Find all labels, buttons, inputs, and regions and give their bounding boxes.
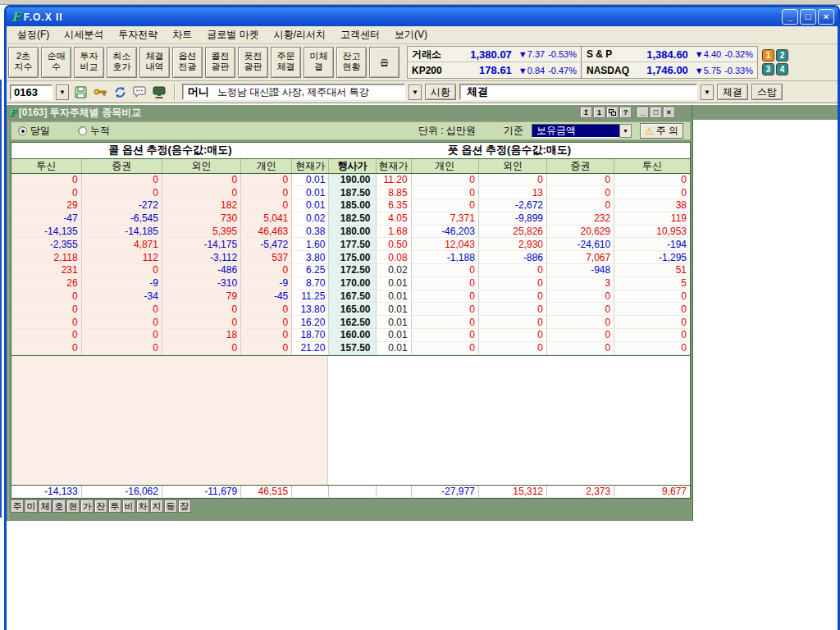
strike-cell: 172.50 (329, 264, 376, 277)
table-row-2[interactable]: 29-27218200.01185.006.350-2,672038 (11, 199, 690, 212)
bottom-tab-9[interactable]: 차 (136, 500, 149, 513)
bottom-tab-12[interactable]: 장 (178, 500, 191, 513)
screen: F F.O.X II _ □ × 설정(F)시세분석투자전략차트글로벌 마켓시황… (0, 0, 840, 630)
sihwang-button[interactable]: 시황 (425, 84, 456, 100)
table-row-10[interactable]: 000013.80165.000.010000 (11, 303, 690, 316)
code-dropdown-button[interactable]: ▼ (56, 84, 69, 100)
put-price-cell: 0.08 (376, 251, 411, 264)
main-window: F F.O.X II _ □ × 설정(F)시세분석투자전략차트글로벌 마켓시황… (4, 5, 840, 630)
bottom-tab-4[interactable]: 현 (66, 500, 80, 513)
menu-item-0[interactable]: 설정(F) (10, 26, 57, 43)
bottom-tab-8[interactable]: 비 (122, 500, 135, 513)
put-investor-cell: 0 (614, 173, 690, 186)
warning-button[interactable]: ⚠ 주 의 (640, 123, 683, 139)
toolbar-button-1[interactable]: 순매수 (41, 47, 71, 78)
table-row-9[interactable]: 0-3479-4511.25167.500.010000 (11, 290, 690, 303)
menu-item-4[interactable]: 글로벌 마켓 (199, 26, 266, 43)
basis-select[interactable]: 보유금액 (532, 124, 620, 138)
table-row-6[interactable]: 2,118112-3,1125373.80175.000.08-1,188-88… (11, 251, 690, 264)
total-cell-8: 15,312 (478, 486, 546, 498)
bottom-tab-11[interactable]: 등 (164, 500, 177, 513)
put-price-cell: 4.05 (376, 212, 411, 225)
bottom-tab-7[interactable]: 투 (108, 500, 121, 513)
refresh-icon[interactable] (112, 84, 128, 99)
close-button[interactable]: × (818, 9, 834, 25)
index-value: 1,746.00 (633, 64, 688, 76)
bottom-tab-10[interactable]: 지 (150, 500, 163, 513)
panel-0163-window: F [0163] 투자주체별 종목비교 ↥ 1 ? _ □ × (7, 105, 838, 521)
toolbar-button-5[interactable]: 옵션전광 (172, 47, 203, 78)
bottom-tab-0[interactable]: 주 (11, 500, 24, 513)
panel-titlebar[interactable]: F [0163] 투자주체별 종목비교 ↥ 1 ? _ □ × (7, 105, 838, 120)
put-investor-cell: 0 (478, 276, 546, 290)
toolbar-button-0[interactable]: 2초지수 (8, 47, 39, 78)
menu-item-1[interactable]: 시세분석 (57, 26, 111, 43)
table-row-1[interactable]: 00000.01187.508.8501300 (11, 186, 690, 199)
chat-icon[interactable] (131, 84, 148, 99)
table-row-13[interactable]: 000021.20157.500.010000 (11, 341, 690, 354)
maximize-button[interactable]: □ (800, 9, 816, 25)
stop-button[interactable]: 스탑 (751, 84, 783, 100)
call-investor-cell: -47 (11, 212, 81, 225)
table-row-8[interactable]: 26-9-310-98.70170.000.010035 (11, 276, 690, 290)
toolbar-button-4[interactable]: 체결내역 (139, 47, 170, 78)
toolbar-button-9[interactable]: 미체결 (304, 47, 334, 78)
panel-close-button[interactable]: × (663, 107, 675, 118)
toolbar-button-2[interactable]: 투자비교 (74, 47, 104, 78)
panel-maximize-button[interactable]: □ (650, 107, 662, 118)
put-price-cell: 0.01 (376, 329, 411, 342)
table-row-11[interactable]: 000016.20162.500.010000 (11, 316, 690, 329)
total-cell-3: 46,515 (241, 486, 292, 498)
bottom-tab-2[interactable]: 체 (39, 500, 52, 513)
quick-button-1[interactable]: 1 (762, 49, 774, 62)
bottom-tab-1[interactable]: 미 (25, 500, 38, 513)
minimize-button[interactable]: _ (782, 9, 798, 25)
table-row-4[interactable]: -14,135-14,1855,39546,4630.38180.001.68-… (11, 225, 690, 238)
menu-item-3[interactable]: 차트 (165, 26, 199, 43)
toolbar-button-6[interactable]: 콜전광판 (205, 47, 235, 78)
mdi-workspace: F [0163] 투자주체별 종목비교 ↥ 1 ? _ □ × (7, 103, 838, 630)
toolbar-button-7[interactable]: 풋전광판 (238, 47, 268, 78)
monitor-icon[interactable] (151, 84, 167, 99)
table-row-5[interactable]: -2,3554,871-14,175-5,4721.60177.500.5012… (11, 238, 690, 251)
table-row-3[interactable]: -47-6,5457305,0410.02182.504.057,371-9,8… (11, 212, 690, 225)
bottom-tab-5[interactable]: 가 (80, 500, 94, 513)
menu-item-6[interactable]: 고객센터 (333, 26, 387, 43)
key-icon[interactable] (92, 84, 108, 99)
panel-minimize-button[interactable]: _ (637, 107, 649, 118)
menu-item-2[interactable]: 투자전략 (111, 26, 165, 43)
bottom-tab-6[interactable]: 잔 (94, 500, 107, 513)
screen-code-input[interactable]: 0163 (10, 84, 52, 100)
save-icon[interactable] (72, 84, 89, 99)
call-investor-cell: 18 (162, 329, 240, 342)
help-button[interactable]: ? (619, 107, 632, 118)
toolbar-button-3[interactable]: 최소호가 (107, 47, 137, 78)
radio-cumulative[interactable]: 누적 (78, 124, 110, 138)
toolbar-button-8[interactable]: 주문체결 (271, 47, 301, 78)
toolbar-button-11[interactable]: 옵 (369, 47, 399, 78)
table-row-0[interactable]: 00000.01190.0011.200000 (11, 173, 690, 186)
table-row-7[interactable]: 2310-48606.25172.500.0200-94851 (11, 264, 690, 277)
chegyeol-button[interactable]: 체결 (717, 84, 748, 100)
call-investor-cell: 0 (81, 316, 162, 329)
quick-button-4[interactable]: 4 (776, 63, 788, 75)
menu-item-7[interactable]: 보기(V) (387, 26, 435, 43)
table-row-12[interactable]: 0018018.70160.000.010000 (11, 329, 690, 342)
pin-up-button[interactable]: ↥ (580, 107, 592, 118)
menu-item-5[interactable]: 시황/리서치 (267, 26, 333, 43)
quick-button-2[interactable]: 2 (776, 49, 788, 62)
toolbar-button-10[interactable]: 잔고현황 (336, 47, 367, 78)
index-name: KP200 (412, 65, 458, 76)
bottom-tab-3[interactable]: 호 (52, 500, 66, 513)
toolbar-buttons: 2초지수순매수투자비교최소호가체결내역옵션전광콜전광판풋전광판주문체결미체결잔고… (8, 47, 402, 78)
search-dropdown-button[interactable]: ▼ (701, 84, 714, 100)
cascade-button[interactable] (606, 107, 619, 118)
call-investor-cell: 231 (11, 264, 81, 277)
basis-dropdown-button[interactable]: ▼ (619, 124, 632, 138)
news-dropdown-button[interactable]: ▼ (409, 84, 422, 100)
put-investor-cell: 0 (547, 303, 614, 316)
quick-button-3[interactable]: 3 (762, 63, 774, 75)
search-combo[interactable]: 체결 (459, 84, 697, 100)
screen-1-button[interactable]: 1 (593, 107, 605, 118)
radio-today[interactable]: 당일 (18, 124, 50, 138)
